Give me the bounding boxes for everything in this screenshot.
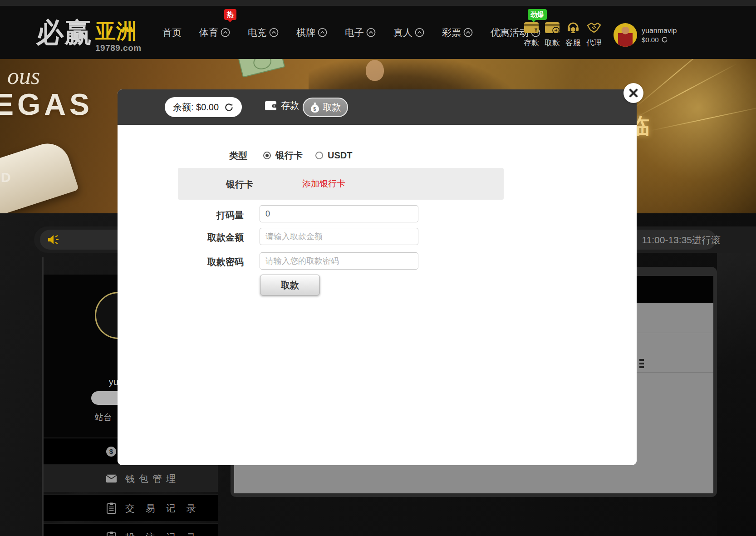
headset-icon	[566, 20, 580, 36]
sidebar-item-bets[interactable]: 投 注 记 录	[44, 523, 218, 536]
page: 必赢 亚洲 19789.com 首页 热 体育 电竞	[0, 0, 756, 536]
svg-text:$: $	[313, 106, 316, 112]
rollover-input[interactable]	[260, 205, 418, 222]
avatar	[614, 23, 637, 47]
nav-item-chess[interactable]: 棋牌	[296, 26, 327, 39]
banner-dollar-bill	[238, 59, 285, 78]
modal-header: 余额: $0.00 存款 $ 取款	[118, 89, 637, 125]
nav-item-lottery[interactable]: 彩票	[442, 26, 473, 39]
wallet-icon	[265, 101, 277, 111]
refresh-balance-icon[interactable]	[224, 103, 234, 112]
withdraw-password-input[interactable]	[260, 252, 418, 270]
chevron-circle-icon	[415, 28, 424, 37]
station-label: 站台	[95, 412, 112, 423]
withdraw-amount-input[interactable]	[260, 228, 418, 245]
clipboard-icon	[105, 531, 117, 536]
deposit-shortcut[interactable]: ¥ 存款	[521, 20, 542, 48]
speaker-icon	[46, 233, 60, 246]
top-strip	[0, 0, 756, 6]
sidebar-item-wallet[interactable]: 钱包管理	[44, 464, 218, 492]
chevron-circle-icon	[221, 28, 230, 37]
amount-label: 取款金额	[189, 231, 244, 244]
announcement-text: 二）11:00-13:35进行滚	[623, 234, 721, 246]
nav-item-home[interactable]: 首页	[162, 26, 182, 39]
withdraw-type-options: 银行卡 USDT	[263, 149, 352, 162]
header-balance: $0.00	[642, 36, 659, 44]
tab-withdraw[interactable]: $ 取款	[303, 98, 348, 117]
nav-item-sports[interactable]: 热 体育	[199, 26, 230, 39]
radio-usdt-label[interactable]: USDT	[328, 150, 352, 161]
balance-value: $0.00	[196, 102, 219, 112]
tab-deposit[interactable]: 存款	[265, 99, 299, 112]
sidebar-item-transactions[interactable]: 交 易 记 录	[44, 494, 218, 521]
logo-text-primary: 必赢	[36, 14, 93, 52]
rollover-label: 打码量	[189, 209, 244, 221]
hot-badge: 热	[224, 9, 236, 20]
radio-usdt[interactable]	[315, 152, 323, 159]
banner-d-text: D	[1, 170, 11, 185]
background-facets	[717, 253, 756, 536]
chevron-circle-icon	[318, 28, 327, 37]
chevron-circle-icon	[366, 28, 376, 37]
header: 必赢 亚洲 19789.com 首页 热 体育 电竞	[0, 6, 756, 59]
deposit-card-icon: ¥	[523, 20, 540, 36]
banner-vegas-text: EGAS	[0, 87, 93, 122]
nav-item-slots[interactable]: 电子	[345, 26, 376, 39]
banner-script-text: ous	[7, 63, 40, 89]
banner-book	[0, 138, 79, 213]
balance-pill: 余额: $0.00	[165, 97, 242, 117]
username: yuanmavip	[642, 26, 677, 36]
logo-text-secondary: 亚洲	[95, 20, 142, 43]
add-bank-card-link[interactable]: 添加银行卡	[302, 178, 345, 190]
radio-bank-card-label[interactable]: 银行卡	[275, 149, 303, 162]
balance-label: 余额:	[173, 102, 194, 112]
agent-shortcut[interactable]: 代理	[584, 20, 604, 48]
bank-card-section: 银行卡 添加银行卡	[178, 168, 504, 200]
nav-item-live[interactable]: 真人	[393, 26, 424, 39]
clipped-text-fragment	[639, 359, 644, 361]
radio-bank-card[interactable]	[263, 152, 271, 159]
promo-badge: 劲爆	[528, 9, 547, 20]
user-account[interactable]: yuanmavip $0.00	[614, 23, 677, 47]
chevron-circle-icon	[463, 28, 473, 37]
support-shortcut[interactable]: 客服	[563, 20, 584, 48]
withdraw-modal: 余额: $0.00 存款 $ 取款	[118, 89, 637, 465]
quick-actions: ¥ 存款 取款 客服 代理	[521, 20, 604, 48]
svg-text:¥: ¥	[535, 27, 538, 33]
nav-item-esports[interactable]: 电竞	[248, 26, 279, 39]
close-icon[interactable]	[623, 83, 643, 103]
bank-card-label: 银行卡	[204, 178, 253, 191]
refresh-icon[interactable]	[661, 36, 668, 43]
main-nav: 首页 热 体育 电竞 棋牌 电子	[162, 6, 558, 59]
logo-domain: 19789.com	[95, 44, 142, 52]
withdraw-shortcut[interactable]: 取款	[542, 20, 563, 48]
money-bag-icon: $	[310, 102, 320, 113]
clipboard-icon	[105, 502, 117, 514]
envelope-icon	[105, 474, 117, 483]
dollar-icon: $	[105, 447, 117, 457]
site-logo[interactable]: 必赢 亚洲 19789.com	[36, 14, 142, 52]
type-label: 类型	[202, 150, 247, 162]
password-label: 取款密码	[189, 256, 244, 268]
withdraw-submit-button[interactable]: 取款	[260, 275, 320, 295]
withdraw-card-icon	[544, 20, 560, 36]
chevron-circle-icon	[269, 28, 279, 37]
handshake-icon	[586, 20, 602, 36]
